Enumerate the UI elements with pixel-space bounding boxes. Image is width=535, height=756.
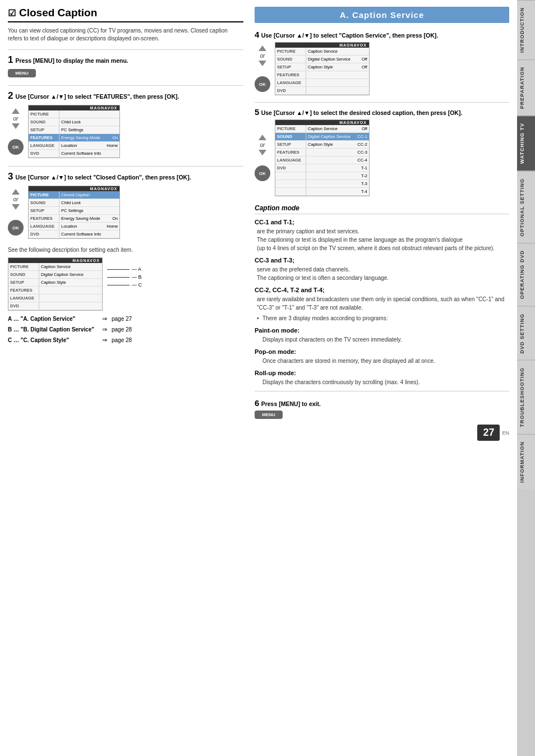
ref-item-b: B … "B. Digital Caption Service" ⇒ page … bbox=[8, 326, 243, 333]
divider-2 bbox=[8, 85, 243, 86]
step-4-block: 4 Use [Cursor ▲/▼] to select "Caption Se… bbox=[255, 30, 509, 95]
step-6-label: 6 Press [MENU] to exit. bbox=[255, 398, 509, 408]
closed-caption-subtitle: You can view closed captioning (CC) for … bbox=[8, 27, 243, 43]
labeled-row-picture: PICTURE Caption Service bbox=[8, 263, 102, 271]
or-label-3: or bbox=[13, 196, 19, 202]
step-5-remote: or OK bbox=[255, 135, 270, 181]
page-lang: EN bbox=[502, 430, 509, 436]
step-5-label: 5 Use [Cursor ▲/▼] to select the desired… bbox=[255, 107, 509, 117]
step-1-remote: MENU bbox=[8, 69, 36, 77]
arrow-down-icon-3[interactable] bbox=[12, 204, 20, 210]
step-6-number: 6 bbox=[255, 398, 259, 408]
two-column-layout: ☑ Closed Caption You can view closed cap… bbox=[8, 7, 509, 749]
step-5-visual: or OK MAGNAVOX PICTURE Caption Service O… bbox=[255, 119, 509, 196]
cc1-t1-desc: are the primary caption and text service… bbox=[255, 227, 509, 252]
step-4-menu-screen: MAGNAVOX PICTURE Caption Service SOUND D… bbox=[275, 42, 370, 95]
label-c: — C bbox=[107, 281, 142, 289]
step-4-visual: or OK MAGNAVOX PICTURE Caption Service bbox=[255, 42, 509, 95]
left-column: ☑ Closed Caption You can view closed cap… bbox=[8, 7, 243, 749]
right-column: A. Caption Service 4 Use [Cursor ▲/▼] to… bbox=[255, 7, 509, 749]
pop-on-desc: Once characters are stored in memory, th… bbox=[255, 357, 509, 365]
labeled-row-dvd: DVD bbox=[8, 302, 102, 310]
main-content: ☑ Closed Caption You can view closed cap… bbox=[0, 0, 517, 756]
cc2-cc4-desc: are rarely available and broadcasters us… bbox=[255, 295, 509, 312]
closed-caption-heading: Closed Caption bbox=[19, 7, 97, 19]
menu-labels: — A — B — C bbox=[107, 257, 142, 289]
sidebar-tab-dvd-setting[interactable]: DVD SETTING bbox=[517, 306, 535, 361]
menu-row-language-2: LANGUAGE Location Home bbox=[29, 142, 119, 150]
arrow-down-icon-5[interactable] bbox=[259, 150, 266, 155]
sidebar-tab-operating-dvd[interactable]: OPERATING DVD bbox=[517, 243, 535, 306]
step-2-menu-screen: MAGNAVOX PICTURE SOUND Child Lock bbox=[28, 105, 120, 158]
ok-button-2[interactable]: OK bbox=[8, 139, 24, 155]
cc3-t3-subtitle: CC-3 and T-3; bbox=[255, 257, 509, 264]
step-5-number: 5 bbox=[255, 107, 259, 117]
menu-row-features-2: FEATURES Energy Saving Mode On bbox=[29, 134, 119, 142]
labeled-menu-block: MAGNAVOX PICTURE Caption Service SOUND D… bbox=[8, 257, 243, 311]
step-4-label: 4 Use [Cursor ▲/▼] to select "Caption Se… bbox=[255, 30, 509, 39]
sidebar-tab-information[interactable]: INFORMATION bbox=[517, 434, 535, 490]
arrow-up-icon-5[interactable] bbox=[259, 135, 266, 140]
step-3-text: Use [Cursor ▲/▼] to select "Closed Capti… bbox=[15, 174, 191, 181]
checkbox-icon: ☑ bbox=[8, 8, 16, 19]
ok-button-4[interactable]: OK bbox=[255, 76, 270, 92]
sidebar-tab-watching-tv[interactable]: WATCHING TV bbox=[517, 116, 535, 170]
arrow-up-icon[interactable] bbox=[12, 108, 20, 114]
ref-arrow-c: ⇒ bbox=[102, 336, 107, 344]
step-2-text: Use [Cursor ▲/▼] to select "FEATURES", t… bbox=[15, 93, 179, 100]
sidebar-tab-preparation[interactable]: PREPARATION bbox=[517, 59, 535, 116]
ref-arrow-b: ⇒ bbox=[102, 326, 107, 333]
or-label-4: or bbox=[260, 53, 265, 59]
step-4-number: 4 bbox=[255, 30, 259, 39]
ref-arrow-a: ⇒ bbox=[102, 315, 107, 322]
sidebar-tab-introduction[interactable]: INTRODUCTION bbox=[517, 0, 535, 59]
step-4-remote: or OK bbox=[255, 45, 270, 92]
step-3-menu-screen: MAGNAVOX PICTURE Closed Caption SOUND Ch… bbox=[28, 186, 120, 239]
arrow-down-icon[interactable] bbox=[12, 123, 20, 129]
paint-on-subtitle: Paint-on mode: bbox=[255, 327, 509, 334]
see-desc-text: See the following description for settin… bbox=[8, 247, 243, 253]
menu-brand-3: MAGNAVOX bbox=[29, 186, 119, 191]
ok-button-5[interactable]: OK bbox=[255, 165, 270, 181]
cc3-t3-desc: serve as the preferred data channels.The… bbox=[255, 265, 509, 282]
ok-button-3[interactable]: OK bbox=[8, 220, 24, 236]
ref-item-c: C … "C. Caption Style" ⇒ page 28 bbox=[8, 336, 243, 344]
sidebar-tab-troubleshooting[interactable]: TROUBLESHOOTING bbox=[517, 360, 535, 434]
labeled-menu-screen: MAGNAVOX PICTURE Caption Service SOUND D… bbox=[8, 257, 103, 311]
label-a: — A bbox=[107, 265, 142, 273]
menu-button-6[interactable]: MENU bbox=[255, 411, 283, 419]
step-2-remote: or OK bbox=[8, 108, 24, 155]
divider-right-1 bbox=[255, 102, 509, 103]
arrow-up-icon-4[interactable] bbox=[259, 45, 266, 51]
step-6-visual: MENU bbox=[255, 411, 509, 419]
step-1-text: Press [MENU] to display the main menu. bbox=[15, 57, 128, 64]
page-wrapper: ☑ Closed Caption You can view closed cap… bbox=[0, 0, 535, 756]
or-label-2: or bbox=[13, 116, 19, 122]
reference-list: A … "A. Caption Service" ⇒ page 27 B … "… bbox=[8, 315, 243, 344]
arrow-up-icon-3[interactable] bbox=[12, 189, 20, 195]
divider-3 bbox=[8, 166, 243, 167]
step-1-label: 1 Press [MENU] to display the main menu. bbox=[8, 54, 243, 66]
menu-row-picture-3: PICTURE Closed Caption bbox=[29, 191, 119, 199]
closed-caption-title: ☑ Closed Caption bbox=[8, 7, 243, 22]
menu-row-dvd-3: DVD Current Software Info bbox=[29, 231, 119, 238]
menu-button[interactable]: MENU bbox=[8, 69, 36, 77]
step-5-block: 5 Use [Cursor ▲/▼] to select the desired… bbox=[255, 107, 509, 196]
step-3-block: 3 Use [Cursor ▲/▼] to select "Closed Cap… bbox=[8, 171, 243, 239]
paint-on-desc: Displays input characters on the TV scre… bbox=[255, 335, 509, 344]
divider-right-2 bbox=[255, 391, 509, 391]
right-section-title: A. Caption Service bbox=[255, 7, 509, 23]
step-3-visual: or OK MAGNAVOX PICTURE Closed Caption bbox=[8, 186, 243, 239]
step-2-block: 2 Use [Cursor ▲/▼] to select "FEATURES",… bbox=[8, 90, 243, 158]
labeled-menu-brand: MAGNAVOX bbox=[8, 258, 102, 263]
arrow-down-icon-4[interactable] bbox=[259, 61, 266, 66]
menu-row-features-3: FEATURES Energy Saving Mode On bbox=[29, 215, 119, 223]
pop-on-subtitle: Pop-on mode: bbox=[255, 348, 509, 355]
page-number-block: 27 EN bbox=[255, 419, 509, 441]
step-1-visual: MENU bbox=[8, 69, 243, 77]
step-3-label: 3 Use [Cursor ▲/▼] to select "Closed Cap… bbox=[8, 171, 243, 182]
menu-row-sound-3: SOUND Child Lock bbox=[29, 199, 119, 207]
sidebar-tab-optional-setting[interactable]: OPTIONAL SETTING bbox=[517, 171, 535, 243]
ref-item-a: A … "A. Caption Service" ⇒ page 27 bbox=[8, 315, 243, 322]
label-b: — B bbox=[107, 273, 142, 281]
